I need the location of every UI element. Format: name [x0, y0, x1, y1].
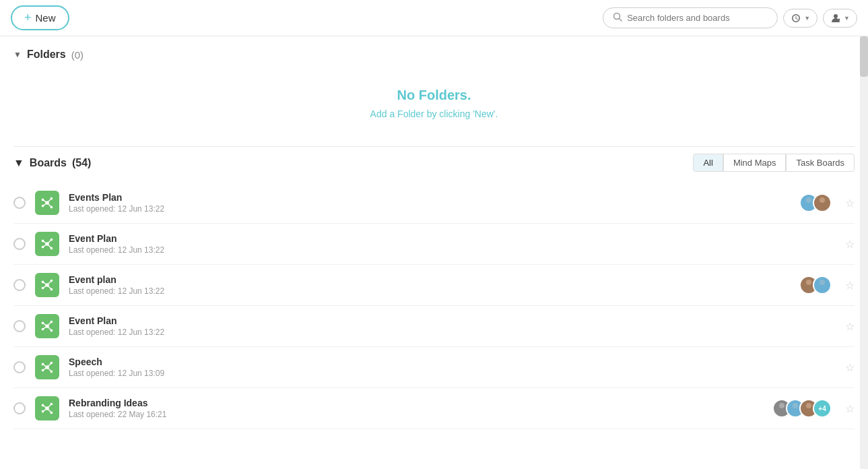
board-radio-3[interactable]	[13, 279, 26, 291]
board-radio-1[interactable]	[13, 197, 26, 209]
board-name-3: Event plan	[69, 274, 799, 285]
svg-line-23	[47, 240, 51, 244]
board-icon-2	[35, 232, 59, 256]
svg-line-12	[47, 199, 51, 203]
no-folders-title: No Folders.	[13, 88, 855, 103]
search-input[interactable]	[627, 13, 768, 23]
table-row: Speech Last opened: 12 Jun 13:09 ☆	[13, 347, 855, 388]
history-chevron: ▼	[804, 15, 810, 22]
scrollbar[interactable]	[860, 36, 868, 469]
board-right-4: ☆	[838, 320, 855, 333]
svg-line-44	[47, 326, 51, 330]
svg-line-24	[47, 244, 51, 248]
no-folders-subtitle: Add a Folder by clicking 'New'.	[13, 108, 855, 119]
svg-point-34	[806, 280, 811, 285]
history-icon	[791, 13, 801, 24]
board-info-2: Event Plan Last opened: 12 Jun 13:22	[69, 233, 838, 255]
table-row: Event Plan Last opened: 12 Jun 13:22 ☆	[13, 306, 855, 347]
svg-line-62	[47, 408, 51, 412]
search-bar[interactable]	[603, 7, 778, 28]
user-sort-icon	[830, 13, 841, 24]
svg-point-64	[793, 403, 798, 408]
avatar	[813, 193, 832, 212]
folders-count: (0)	[71, 49, 84, 61]
top-bar: + New ▼	[0, 0, 868, 36]
user-sort-button[interactable]: ▼	[823, 9, 857, 28]
svg-point-2	[834, 14, 838, 18]
board-info-6: Rebranding Ideas Last opened: 22 May 16:…	[69, 398, 772, 419]
star-icon-1[interactable]: ☆	[845, 197, 855, 210]
board-avatars-3	[799, 276, 832, 294]
board-name-5: Speech	[69, 356, 838, 367]
empty-folders-container: No Folders. Add a Folder by clicking 'Ne…	[13, 67, 855, 146]
filter-mind-maps[interactable]: Mind Maps	[723, 154, 787, 172]
board-avatars-1	[799, 193, 832, 212]
svg-line-1	[620, 19, 622, 22]
boards-chevron[interactable]: ▼	[13, 157, 24, 169]
avatar-badge-6: +4	[813, 399, 832, 418]
folders-section-header: ▼ Folders (0)	[13, 36, 855, 67]
table-row: Rebranding Ideas Last opened: 22 May 16:…	[13, 388, 855, 429]
star-icon-4[interactable]: ☆	[845, 320, 855, 333]
board-radio-5[interactable]	[13, 361, 26, 373]
board-icon-6	[35, 396, 59, 420]
board-list: Events Plan Last opened: 12 Jun 13:22	[13, 183, 855, 429]
board-name-1: Events Plan	[69, 192, 799, 203]
svg-line-33	[47, 285, 51, 289]
svg-point-65	[806, 403, 811, 408]
svg-line-43	[47, 322, 51, 326]
svg-line-32	[47, 281, 51, 285]
folders-label: Folders	[27, 49, 66, 61]
star-icon-5[interactable]: ☆	[845, 361, 855, 374]
boards-count: (54)	[72, 157, 91, 169]
board-icon-3	[35, 273, 59, 297]
svg-line-53	[47, 367, 51, 371]
board-icon-5	[35, 355, 59, 379]
board-avatars-6: +4	[772, 399, 832, 418]
folders-chevron[interactable]: ▼	[13, 50, 22, 59]
board-info-4: Event Plan Last opened: 12 Jun 13:22	[69, 315, 838, 337]
board-last-opened-4: Last opened: 12 Jun 13:22	[69, 327, 838, 337]
board-radio-4[interactable]	[13, 320, 26, 332]
filter-task-boards[interactable]: Task Boards	[786, 154, 855, 172]
svg-point-14	[806, 197, 811, 203]
svg-line-13	[47, 203, 51, 207]
boards-filter: All Mind Maps Task Boards	[693, 154, 855, 172]
star-icon-6[interactable]: ☆	[845, 402, 855, 415]
board-radio-2[interactable]	[13, 238, 26, 250]
board-last-opened-2: Last opened: 12 Jun 13:22	[69, 245, 838, 255]
board-right-2: ☆	[838, 238, 855, 251]
star-icon-3[interactable]: ☆	[845, 279, 855, 292]
boards-section-header: ▼ Boards (54) All Mind Maps Task Boards	[13, 146, 855, 180]
table-row: Event Plan Last opened: 12 Jun 13:22 ☆	[13, 224, 855, 265]
new-button-label: New	[36, 12, 56, 24]
boards-header-left: ▼ Boards (54)	[13, 157, 91, 169]
table-row: Events Plan Last opened: 12 Jun 13:22	[13, 183, 855, 224]
board-radio-6[interactable]	[13, 402, 26, 414]
board-right-1: ☆	[799, 193, 855, 212]
board-right-3: ☆	[799, 276, 855, 294]
board-right-6: +4 ☆	[772, 399, 855, 418]
board-info-5: Speech Last opened: 12 Jun 13:09	[69, 356, 838, 378]
board-icon-4	[35, 314, 59, 338]
table-row: Event plan Last opened: 12 Jun 13:22	[13, 265, 855, 306]
search-icon	[613, 12, 622, 24]
new-button[interactable]: + New	[11, 5, 69, 30]
scrollbar-thumb[interactable]	[860, 36, 868, 77]
board-name-4: Event Plan	[69, 315, 838, 326]
filter-all[interactable]: All	[693, 154, 723, 172]
board-last-opened-5: Last opened: 12 Jun 13:09	[69, 369, 838, 378]
history-button[interactable]: ▼	[783, 9, 817, 28]
svg-point-35	[820, 280, 825, 285]
svg-point-63	[779, 403, 784, 408]
plus-icon: +	[24, 11, 32, 25]
avatar	[813, 276, 832, 294]
star-icon-2[interactable]: ☆	[845, 238, 855, 251]
board-info-1: Events Plan Last opened: 12 Jun 13:22	[69, 192, 799, 214]
board-icon-1	[35, 191, 59, 215]
board-name-6: Rebranding Ideas	[69, 398, 772, 408]
top-right-controls: ▼ ▼	[603, 7, 857, 28]
boards-label: Boards	[30, 157, 67, 169]
board-last-opened-6: Last opened: 22 May 16:21	[69, 410, 772, 419]
main-content: ▼ Folders (0) No Folders. Add a Folder b…	[0, 36, 868, 429]
